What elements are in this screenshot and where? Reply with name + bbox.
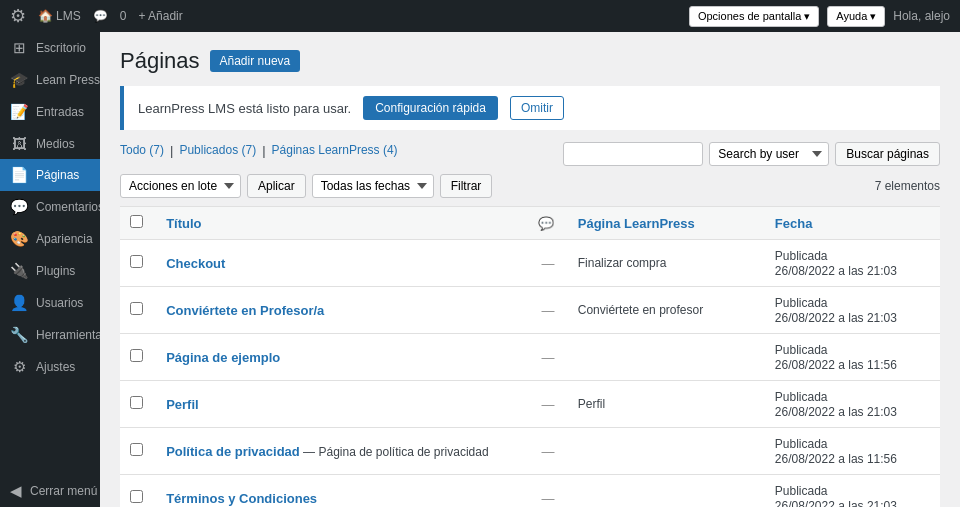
sidebar-item-cerrar-menu[interactable]: ◀ Cerrar menú <box>0 475 100 507</box>
row-title-0: Checkout <box>156 240 528 287</box>
user-link[interactable]: alejo <box>925 9 950 23</box>
row-learnpress-0: Finalizar compra <box>568 240 765 287</box>
wp-logo: ⚙ <box>10 5 26 27</box>
add-new-link[interactable]: + Añadir <box>138 9 182 23</box>
sidebar-item-ajustes[interactable]: ⚙ Ajustes <box>0 351 100 383</box>
comment-count: 0 <box>120 9 127 23</box>
sidebar-label-herramientas: Herramientas <box>36 328 108 342</box>
apply-button-top[interactable]: Aplicar <box>247 174 306 198</box>
row-select-0[interactable] <box>130 255 143 268</box>
sidebar-label-paginas: Páginas <box>36 168 79 182</box>
row-learnpress-3: Perfil <box>568 381 765 428</box>
lms-home-link[interactable]: 🏠 LMS <box>38 9 81 23</box>
row-select-2[interactable] <box>130 349 143 362</box>
row-select-4[interactable] <box>130 443 143 456</box>
learnpress-icon: 🎓 <box>10 71 28 89</box>
header-title-col[interactable]: Título <box>156 207 528 240</box>
table-row: Checkout — Finalizar compra Publicada 26… <box>120 240 940 287</box>
row-title-link-0[interactable]: Checkout <box>166 256 225 271</box>
screen-options-button[interactable]: Opciones de pantalla ▾ <box>689 6 819 27</box>
config-rapida-button[interactable]: Configuración rápida <box>363 96 498 120</box>
controls-row: Acciones en lote Aplicar Todas las fecha… <box>120 174 940 198</box>
entradas-icon: 📝 <box>10 103 28 121</box>
filter-learnpress[interactable]: Páginas LearnPress (4) <box>272 143 398 157</box>
header-checkbox-col <box>120 207 156 240</box>
top-admin-bar: ⚙ 🏠 LMS 💬 0 + Añadir Opciones de pantall… <box>0 0 960 32</box>
row-date-5: Publicada 26/08/2022 a las 21:03 <box>765 475 940 508</box>
sidebar-item-medios[interactable]: 🖼 Medios <box>0 128 100 159</box>
sidebar-item-entradas[interactable]: 📝 Entradas <box>0 96 100 128</box>
row-title-link-3[interactable]: Perfil <box>166 397 199 412</box>
row-select-5[interactable] <box>130 490 143 503</box>
ajustes-icon: ⚙ <box>10 358 28 376</box>
row-comments-1: — <box>528 287 567 334</box>
row-comments-0: — <box>528 240 567 287</box>
row-learnpress-1: Conviértete en profesor <box>568 287 765 334</box>
row-checkbox-3 <box>120 381 156 428</box>
escritorio-icon: ⊞ <box>10 39 28 57</box>
sidebar-item-apariencia[interactable]: 🎨 Apariencia <box>0 223 100 255</box>
notice-text: LearnPress LMS está listo para usar. <box>138 101 351 116</box>
bulk-action-select-top[interactable]: Acciones en lote <box>120 174 241 198</box>
row-checkbox-1 <box>120 287 156 334</box>
row-title-link-1[interactable]: Conviértete en Profesor/a <box>166 303 324 318</box>
row-title-link-4[interactable]: Política de privacidad <box>166 444 300 459</box>
sidebar-label-comentarios: Comentarios <box>36 200 104 214</box>
add-new-button[interactable]: Añadir nueva <box>210 50 301 72</box>
table-header-row: Título 💬 Página LearnPress Fecha <box>120 207 940 240</box>
row-learnpress-5 <box>568 475 765 508</box>
row-select-1[interactable] <box>130 302 143 315</box>
sidebar-item-herramientas[interactable]: 🔧 Herramientas <box>0 319 100 351</box>
help-arrow-icon: ▾ <box>870 10 876 23</box>
row-date-1: Publicada 26/08/2022 a las 21:03 <box>765 287 940 334</box>
sidebar-item-paginas[interactable]: 📄 Páginas <box>0 159 100 191</box>
sidebar-label-ajustes: Ajustes <box>36 360 75 374</box>
select-all-checkbox[interactable] <box>130 215 143 228</box>
search-row: Search by user Buscar páginas <box>563 142 940 166</box>
search-by-user-select[interactable]: Search by user <box>709 142 829 166</box>
usuarios-icon: 👤 <box>10 294 28 312</box>
sidebar-item-plugins[interactable]: 🔌 Plugins <box>0 255 100 287</box>
filter-button[interactable]: Filtrar <box>440 174 493 198</box>
row-date-3: Publicada 26/08/2022 a las 21:03 <box>765 381 940 428</box>
sidebar-item-comentarios[interactable]: 💬 Comentarios <box>0 191 100 223</box>
omitir-button[interactable]: Omitir <box>510 96 564 120</box>
herramientas-icon: 🔧 <box>10 326 28 344</box>
search-input[interactable] <box>563 142 703 166</box>
apariencia-icon: 🎨 <box>10 230 28 248</box>
row-title-link-5[interactable]: Términos y Condiciones <box>166 491 317 506</box>
filter-todo[interactable]: Todo (7) <box>120 143 164 157</box>
row-title-link-2[interactable]: Página de ejemplo <box>166 350 280 365</box>
row-comments-2: — <box>528 334 567 381</box>
sidebar-label-entradas: Entradas <box>36 105 84 119</box>
main-content: Páginas Añadir nueva LearnPress LMS está… <box>100 32 960 507</box>
sidebar-item-learnpress[interactable]: 🎓 Leam Press <box>0 64 100 96</box>
table-row: Política de privacidad — Página de polít… <box>120 428 940 475</box>
row-checkbox-0 <box>120 240 156 287</box>
comentarios-icon: 💬 <box>10 198 28 216</box>
sidebar-item-usuarios[interactable]: 👤 Usuarios <box>0 287 100 319</box>
row-date-2: Publicada 26/08/2022 a las 11:56 <box>765 334 940 381</box>
filter-links: Todo (7) | Publicados (7) | Páginas Lear… <box>120 143 398 158</box>
row-date-0: Publicada 26/08/2022 a las 21:03 <box>765 240 940 287</box>
row-comments-5: — <box>528 475 567 508</box>
cerrar-icon: ◀ <box>10 482 22 500</box>
greeting: Hola, alejo <box>893 9 950 23</box>
sidebar-item-escritorio[interactable]: ⊞ Escritorio <box>0 32 100 64</box>
row-checkbox-2 <box>120 334 156 381</box>
filter-publicados[interactable]: Publicados (7) <box>179 143 256 157</box>
sidebar-label-plugins: Plugins <box>36 264 75 278</box>
row-title-4: Política de privacidad — Página de polít… <box>156 428 528 475</box>
table-row: Perfil — Perfil Publicada 26/08/2022 a l… <box>120 381 940 428</box>
header-date-col[interactable]: Fecha <box>765 207 940 240</box>
sidebar-label-apariencia: Apariencia <box>36 232 93 246</box>
row-select-3[interactable] <box>130 396 143 409</box>
search-pages-button[interactable]: Buscar páginas <box>835 142 940 166</box>
row-title-3: Perfil <box>156 381 528 428</box>
home-icon: 🏠 <box>38 9 53 23</box>
row-checkbox-5 <box>120 475 156 508</box>
row-title-5: Términos y Condiciones <box>156 475 528 508</box>
date-filter-select[interactable]: Todas las fechas <box>312 174 434 198</box>
comment-icon-bar[interactable]: 💬 <box>93 9 108 23</box>
help-button[interactable]: Ayuda ▾ <box>827 6 885 27</box>
